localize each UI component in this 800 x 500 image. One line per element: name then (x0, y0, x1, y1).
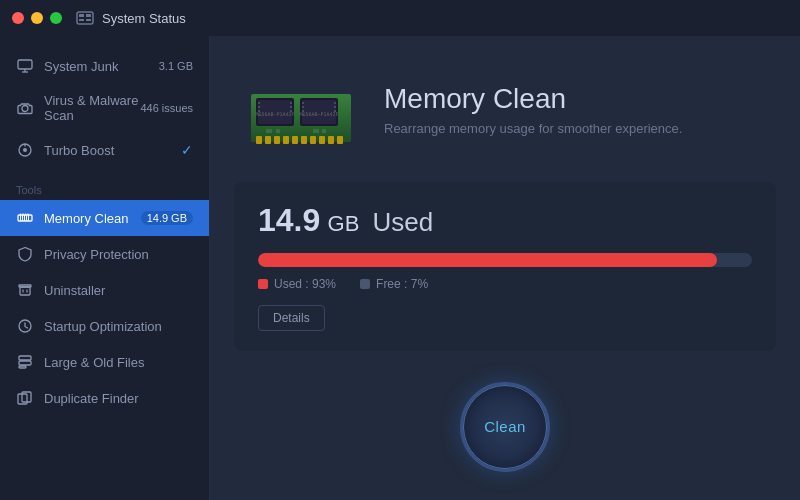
stats-panel: 14.9 GB Used Used : 93% Free : 7% Detail… (234, 182, 776, 351)
memory-clean-label: Memory Clean (44, 211, 141, 226)
ram-icon (16, 209, 34, 227)
used-legend-text: Used : 93% (274, 277, 336, 291)
sidebar-top-section: System Junk 3.1 GB Virus & Malware Scan … (0, 48, 209, 168)
duplicate-finder-label: Duplicate Finder (44, 391, 193, 406)
used-legend-item: Used : 93% (258, 277, 336, 291)
svg-rect-2 (86, 14, 91, 17)
sidebar-item-uninstaller[interactable]: Uninstaller (0, 272, 209, 308)
svg-rect-47 (258, 102, 260, 104)
turbo-check: ✓ (181, 142, 193, 158)
svg-rect-28 (19, 361, 31, 365)
sidebar-item-duplicate-finder[interactable]: Duplicate Finder (0, 380, 209, 416)
hero-section: MG56AB—P1A42F MG56AB—P1A42F (210, 36, 800, 182)
hero-subtitle: Rearrange memory usage for smoother expe… (384, 121, 682, 136)
system-junk-label: System Junk (44, 59, 159, 74)
maximize-button[interactable] (50, 12, 62, 24)
svg-text:MG56AB—P1A42F: MG56AB—P1A42F (255, 111, 294, 117)
app-title: System Status (102, 11, 186, 26)
close-button[interactable] (12, 12, 24, 24)
sidebar-item-system-junk[interactable]: System Junk 3.1 GB (0, 48, 209, 84)
progress-bar-fill (258, 253, 717, 267)
memory-clean-badge: 14.9 GB (141, 211, 193, 225)
svg-rect-66 (313, 129, 319, 133)
svg-rect-63 (334, 110, 336, 112)
traffic-lights (12, 12, 62, 24)
used-dot (258, 279, 268, 289)
svg-rect-58 (302, 106, 304, 108)
svg-rect-38 (292, 136, 298, 144)
svg-rect-52 (290, 106, 292, 108)
content-area: MG56AB—P1A42F MG56AB—P1A42F (210, 36, 800, 500)
svg-rect-0 (77, 12, 93, 24)
svg-rect-42 (328, 136, 334, 144)
minimize-button[interactable] (31, 12, 43, 24)
svg-rect-57 (302, 102, 304, 104)
svg-rect-1 (79, 14, 84, 17)
virus-scan-label: Virus & Malware Scan (44, 93, 140, 123)
details-button[interactable]: Details (258, 305, 325, 331)
svg-rect-5 (18, 60, 32, 69)
svg-rect-34 (256, 136, 262, 144)
svg-rect-61 (334, 102, 336, 104)
sidebar-item-large-old-files[interactable]: Large & Old Files (0, 344, 209, 380)
free-dot (360, 279, 370, 289)
svg-rect-4 (86, 19, 91, 21)
clean-button-label: Clean (484, 418, 526, 435)
sidebar: System Junk 3.1 GB Virus & Malware Scan … (0, 36, 210, 500)
svg-point-8 (22, 106, 28, 112)
startup-icon (16, 317, 34, 335)
gb-number: 14.9 (258, 202, 320, 238)
svg-rect-3 (79, 19, 84, 21)
svg-rect-36 (274, 136, 280, 144)
hero-title: Memory Clean (384, 83, 682, 115)
privacy-protection-label: Privacy Protection (44, 247, 193, 262)
svg-point-10 (23, 148, 27, 152)
turbo-boost-label: Turbo Boost (44, 143, 181, 158)
sidebar-item-memory-clean[interactable]: Memory Clean 14.9 GB (0, 200, 209, 236)
app-icon (76, 9, 94, 27)
ram-module-icon: MG56AB—P1A42F MG56AB—P1A42F (246, 64, 356, 154)
progress-bar-container (258, 253, 752, 267)
svg-rect-64 (266, 129, 272, 133)
svg-rect-27 (19, 356, 31, 360)
svg-rect-51 (290, 102, 292, 104)
tools-section-label: Tools (0, 176, 209, 200)
svg-rect-29 (19, 366, 26, 368)
svg-rect-41 (319, 136, 325, 144)
title-bar: System Status (0, 0, 800, 36)
progress-legend: Used : 93% Free : 7% (258, 277, 752, 291)
virus-scan-badge: 446 issues (140, 102, 193, 114)
svg-rect-43 (337, 136, 343, 144)
svg-rect-53 (290, 110, 292, 112)
large-old-files-label: Large & Old Files (44, 355, 193, 370)
svg-rect-39 (301, 136, 307, 144)
uninstaller-label: Uninstaller (44, 283, 193, 298)
svg-rect-48 (258, 106, 260, 108)
sidebar-tools-section: Memory Clean 14.9 GB Privacy Protection … (0, 200, 209, 416)
sidebar-item-startup-optimization[interactable]: Startup Optimization (0, 308, 209, 344)
monitor-icon (16, 57, 34, 75)
used-text: Used (373, 207, 434, 237)
sidebar-item-virus-scan[interactable]: Virus & Malware Scan 446 issues (0, 84, 209, 132)
files-icon (16, 353, 34, 371)
svg-rect-62 (334, 106, 336, 108)
svg-rect-50 (258, 114, 260, 116)
clean-button[interactable]: Clean (460, 382, 550, 472)
camera-icon (16, 99, 34, 117)
sidebar-item-privacy-protection[interactable]: Privacy Protection (0, 236, 209, 272)
svg-rect-65 (276, 129, 280, 133)
free-legend-item: Free : 7% (360, 277, 428, 291)
svg-rect-49 (258, 110, 260, 112)
sidebar-item-turbo-boost[interactable]: Turbo Boost ✓ (0, 132, 209, 168)
turbo-icon (16, 141, 34, 159)
svg-rect-67 (322, 129, 326, 133)
main-layout: System Junk 3.1 GB Virus & Malware Scan … (0, 36, 800, 500)
used-label: 14.9 GB Used (258, 202, 752, 239)
svg-rect-23 (20, 287, 30, 295)
svg-rect-60 (302, 114, 304, 116)
svg-rect-40 (310, 136, 316, 144)
gb-unit: GB (328, 211, 360, 236)
free-legend-text: Free : 7% (376, 277, 428, 291)
privacy-icon (16, 245, 34, 263)
svg-rect-59 (302, 110, 304, 112)
